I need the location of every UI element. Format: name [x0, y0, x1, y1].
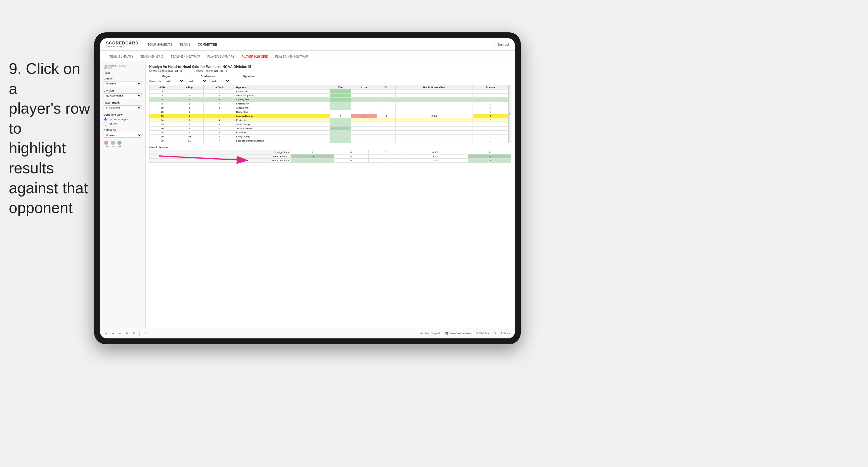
out-name-naia: NAIA Division 1 — [150, 155, 291, 159]
table-row[interactable]: 10 6 3 Andrea York □ — [150, 106, 508, 110]
region-filter-select[interactable]: (All) — [164, 79, 184, 83]
settings-button[interactable]: ⚙ — [132, 331, 136, 336]
table-row[interactable]: 16 9 1 Jessica Mason □ — [150, 127, 508, 131]
data-area: Katelyn Vo Head-to-Head Grid for Women's… — [146, 61, 515, 328]
player-rank-select[interactable]: 8. Katelyn Vo — [103, 105, 142, 111]
nav-items: TOURNAMENTS TEAMS COMMITTEE — [147, 41, 493, 48]
sidebar-player-rank-section: Player (Rank) 8. Katelyn Vo — [103, 101, 142, 111]
opponent-view-section: Opponent view Opponents Played Top 100 — [103, 113, 142, 126]
out-name-ncaa2: NCAA Division 2 — [150, 159, 291, 163]
conference-filter-label: Conference — [201, 75, 215, 78]
redo2-button[interactable]: ↩ — [118, 331, 122, 336]
player-section-label: Player — [103, 71, 142, 74]
col-header-diff: Diff Av Strokes/Rnd — [396, 85, 472, 89]
radio-top-100-input[interactable] — [103, 122, 107, 126]
opponent-view-label: Opponent view — [103, 113, 142, 116]
out-of-division-label: Out of division — [149, 146, 512, 149]
conference-filter-select[interactable]: (All) — [187, 79, 207, 83]
logo-text: SCOREBOARD — [106, 41, 138, 45]
col-header-loss: Loss — [351, 85, 377, 89]
overall-record-label: Overall Record: 353 - 34 - 6 — [149, 69, 182, 72]
gender-label: Gender — [103, 77, 142, 80]
opponent-filter-label: Opponent — [243, 75, 256, 78]
view-original-button[interactable]: 👁 View: Original — [419, 331, 441, 336]
tab-team-summary[interactable]: TEAM SUMMARY — [106, 53, 137, 61]
sub-nav: TEAM SUMMARY TEAM H2H GRID TEAM H2H HEAT… — [100, 51, 515, 61]
crop-button[interactable]: ⊞ — [125, 331, 129, 336]
undo-button[interactable]: ↩ — [103, 331, 108, 336]
player-rank-label: Player (Rank) — [103, 101, 142, 104]
logo-area: SCOREBOARD Powered by clippd — [106, 41, 138, 48]
page-title: Katelyn Vo Head-to-Head Grid for Women's… — [149, 65, 512, 69]
tab-player-summary[interactable]: PLAYER SUMMARY — [204, 53, 238, 61]
legend-level-label: Level — [111, 145, 116, 148]
toolbar-sep1: | — [139, 331, 140, 336]
record-row: Overall Record: 353 - 34 - 6 Division Re… — [149, 69, 512, 72]
tablet-screen: SCOREBOARD Powered by clippd TOURNAMENTS… — [100, 38, 515, 338]
division-select[interactable]: NCAA Division III — [103, 93, 142, 98]
opponent-filter-select[interactable]: (All) — [210, 79, 230, 83]
nav-committee[interactable]: COMMITTEE — [198, 41, 217, 48]
table-row[interactable]: 15 8 5 Stella Cheng □ — [150, 122, 508, 127]
table-row[interactable]: 14 7 4 Eunice Yi □ — [150, 118, 508, 122]
scroll-indicator[interactable]: ▲▼ — [508, 85, 512, 143]
table-row[interactable]: 19 10 6 Emily Chang □ — [150, 135, 508, 139]
tablet-device: SCOREBOARD Powered by clippd TOURNAMENTS… — [94, 32, 521, 344]
col-header-rounds: Rounds — [472, 85, 508, 89]
legend-down-dot — [104, 141, 108, 145]
table-row[interactable]: 20 11 7 Federica Domecq Lacroze □ — [150, 139, 508, 143]
legend-up-dot — [117, 141, 122, 145]
nav-teams[interactable]: TEAMS — [180, 41, 191, 48]
refresh-button[interactable]: ↺ — [143, 331, 147, 336]
legend-down-label: Down — [103, 145, 109, 148]
sign-out-button[interactable]: Sign out — [497, 43, 509, 46]
table-row[interactable]: 13 1 Haeju Hyun □ — [150, 110, 508, 114]
last-updated: Last Updated: 27/03/2024 16:55:38 — [103, 65, 142, 69]
gender-select[interactable]: Women's — [103, 81, 142, 86]
share-button[interactable]: ⤴ Share — [500, 331, 512, 336]
resize-button[interactable]: ⊡ — [493, 331, 497, 336]
tab-player-h2h-heatmap[interactable]: PLAYER H2H HEATMAP — [272, 53, 312, 61]
table-row[interactable]: 5 2 2 Alexis Sudjianto □ — [150, 94, 508, 98]
sidebar-division-section: Division NCAA Division III — [103, 89, 142, 98]
nav-separator: | — [493, 42, 495, 47]
sidebar-player-section: Player — [103, 71, 142, 74]
table-row[interactable]: 18 2 2 Euna Lee □ — [150, 131, 508, 135]
out-row-naia[interactable]: NAIA Division 1 15 0 0 9.267 30 — [150, 155, 512, 159]
col-header-div: # Div — [150, 85, 175, 89]
save-custom-view-button[interactable]: 💾 Save Custom View — [443, 331, 472, 336]
table-row[interactable]: 9 1 4 Sharon Mun □ — [150, 102, 508, 106]
table-row[interactable]: 3 1 Esther Lee □ — [150, 89, 508, 94]
watch-icon: 👁 — [476, 332, 478, 335]
col-header-tie: Tie — [377, 85, 396, 89]
radio-opponents-played-input[interactable] — [103, 117, 107, 121]
bottom-toolbar: ↩ ↪ ↩ ⊞ ⚙ | ↺ 👁 View: Original 💾 Save Cu… — [100, 328, 515, 338]
tab-team-h2h-heatmap[interactable]: TEAM H2H HEATMAP — [167, 53, 204, 61]
opponents-label: Opponents: — [149, 80, 161, 83]
tab-player-h2h-grid[interactable]: PLAYER H2H GRID — [238, 53, 272, 61]
radio-opponents-played: Opponents Played — [103, 117, 142, 121]
save-icon: 💾 — [444, 332, 448, 335]
sidebar: Last Updated: 27/03/2024 16:55:38 Player… — [100, 61, 146, 328]
col-header-opponent: Opponent — [235, 85, 330, 89]
table-row[interactable]: 6 1 3 Sydney Kuo □ — [150, 98, 508, 102]
annotation-container: 9. Click on a player's row to highlight … — [9, 59, 91, 218]
col-header-reg: # Reg — [175, 85, 204, 89]
tab-team-h2h-grid[interactable]: TEAM H2H GRID — [137, 53, 167, 61]
share-icon: ⤴ — [501, 332, 502, 335]
region-filter-label: Region — [162, 75, 172, 78]
watch-button[interactable]: 👁 Watch ▾ — [475, 331, 490, 336]
colour-by-select[interactable]: Win/loss — [103, 133, 142, 138]
col-header-win: Win — [330, 85, 351, 89]
nav-tournaments[interactable]: TOURNAMENTS — [147, 41, 173, 48]
out-row-foreign[interactable]: Foreign Team 1 0 0 4.500 2 — [150, 150, 512, 155]
out-row-ncaa-div2[interactable]: NCAA Division 2 5 0 0 7.400 10 — [150, 159, 512, 163]
division-label: Division — [103, 89, 142, 92]
top-nav: SCOREBOARD Powered by clippd TOURNAMENTS… — [100, 38, 515, 51]
out-of-division-table: Foreign Team 1 0 0 4.500 2 NAIA Division… — [149, 150, 512, 163]
view-icon: 👁 — [420, 332, 423, 335]
sidebar-gender-section: Gender Women's — [103, 77, 142, 86]
table-row-highlighted[interactable]: 13 1 Jessica Huang 0 1 0 -3.00 2 — [150, 114, 508, 118]
redo-button[interactable]: ↪ — [111, 331, 115, 336]
logo-sub: Powered by clippd — [106, 45, 138, 48]
